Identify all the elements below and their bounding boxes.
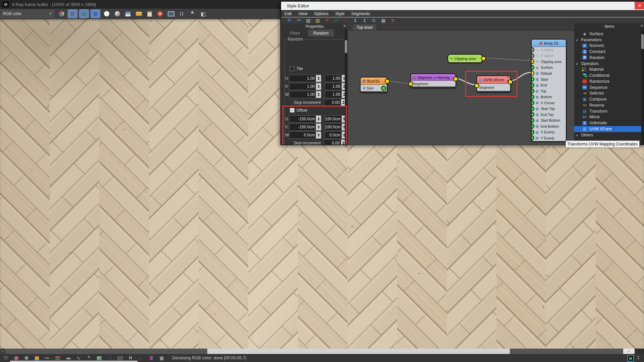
tree-group-operators[interactable]: ◢Operators bbox=[574, 61, 644, 67]
array-input-port[interactable] bbox=[531, 124, 534, 129]
delete-icon[interactable] bbox=[323, 18, 331, 23]
node-uvw-xform[interactable]: ▣ UVW XForm ✕ ▲ Segment bbox=[476, 75, 511, 93]
style-editor-titlebar[interactable]: Style Editor bbox=[281, 2, 644, 10]
tree-item-compose[interactable]: Compose bbox=[574, 96, 644, 102]
node-clipping-area[interactable]: ∿ Clipping area bbox=[447, 54, 483, 63]
export-icon[interactable] bbox=[361, 18, 368, 23]
tree-group-others[interactable]: ◢Others bbox=[574, 132, 644, 138]
tree-item-selector[interactable]: Selector bbox=[574, 90, 644, 97]
uvw-input-port[interactable] bbox=[474, 83, 479, 88]
expander-icon[interactable]: ◢ bbox=[574, 38, 580, 41]
expander-icon[interactable]: ◢ bbox=[574, 62, 580, 65]
array-input-port[interactable] bbox=[531, 100, 534, 105]
tab-top-level[interactable]: Top level bbox=[352, 24, 377, 31]
lens-effects-icon[interactable] bbox=[188, 10, 197, 18]
globe-icon[interactable] bbox=[13, 355, 19, 361]
tab-fixed[interactable]: Fixed bbox=[282, 29, 308, 37]
tile-checkbox[interactable] bbox=[290, 66, 294, 71]
menu-edit[interactable]: Edit bbox=[281, 11, 295, 16]
green-channel-icon[interactable] bbox=[79, 9, 89, 18]
tile-w1-spinner[interactable]: 1.00 bbox=[289, 91, 321, 98]
redo-icon[interactable] bbox=[295, 18, 303, 23]
import-icon[interactable] bbox=[352, 18, 359, 23]
offset-step-spinner[interactable]: 0.00 bbox=[324, 139, 346, 144]
folder-icon[interactable] bbox=[3, 355, 9, 361]
array-input-port[interactable] bbox=[531, 77, 534, 82]
red-channel-icon[interactable] bbox=[68, 9, 77, 18]
gradient-icon[interactable] bbox=[34, 355, 40, 361]
refresh-icon[interactable] bbox=[370, 18, 378, 23]
tree-item-numeric[interactable]: Numeric bbox=[574, 43, 644, 49]
histogram-icon[interactable] bbox=[65, 355, 71, 361]
tree-item-randomize[interactable]: Randomize bbox=[574, 78, 644, 84]
menu-options[interactable]: Options bbox=[311, 11, 332, 16]
offset-checkbox-row[interactable]: ✓ Offset bbox=[290, 108, 307, 113]
array-input-port[interactable] bbox=[531, 130, 534, 135]
node-close-icon[interactable]: ✕ bbox=[507, 76, 509, 79]
segment-output-port[interactable] bbox=[453, 76, 458, 81]
h-icon[interactable] bbox=[127, 355, 133, 361]
tree-group-parameters[interactable]: ◢Parameters bbox=[574, 37, 644, 43]
offset-u1-spinner[interactable]: -150.0cm bbox=[289, 115, 321, 123]
array-input-port[interactable] bbox=[531, 95, 534, 100]
tile-step-spinner[interactable]: 0.00 bbox=[324, 99, 346, 106]
items-close-icon[interactable]: ✕ bbox=[640, 24, 643, 28]
undo-icon[interactable] bbox=[286, 18, 293, 23]
offset-v1-spinner[interactable]: -150.0cm bbox=[289, 123, 321, 131]
hsl-icon[interactable] bbox=[44, 355, 50, 361]
alpha-icon[interactable] bbox=[102, 10, 111, 18]
array-input-port[interactable] bbox=[531, 88, 534, 94]
width-icon[interactable] bbox=[138, 355, 144, 361]
array-input-port[interactable] bbox=[531, 65, 534, 70]
node-canvas[interactable]: ▣ Box015 X Size ▥ Segment -> Herring bbox=[347, 30, 575, 145]
tree-item-sequence[interactable]: Sequence bbox=[574, 84, 644, 90]
array-input-port[interactable] bbox=[531, 71, 534, 76]
track-mouse-icon[interactable] bbox=[177, 10, 186, 18]
offset-checkbox[interactable]: ✓ bbox=[290, 108, 294, 113]
menu-style[interactable]: Style bbox=[332, 11, 348, 16]
tree-item-reverse[interactable]: Reverse bbox=[574, 102, 644, 108]
tree-item-mirror[interactable]: Mirror bbox=[574, 114, 644, 120]
tree-item-material[interactable]: Material bbox=[574, 67, 644, 73]
tile-w2-spinner[interactable]: 1.00 bbox=[325, 91, 347, 98]
offset-v2-spinner[interactable]: 150.0cm bbox=[325, 123, 347, 131]
array-input-port[interactable] bbox=[531, 112, 534, 117]
properties-close-icon[interactable]: ✕ bbox=[343, 24, 346, 28]
tile-v1-spinner[interactable]: 1.00 bbox=[289, 83, 321, 90]
scroll-right-icon[interactable]: › bbox=[623, 349, 635, 354]
node-segment-herring[interactable]: ▥ Segment -> Herring Segment bbox=[410, 73, 456, 88]
tree-item-surface[interactable]: Surface bbox=[574, 31, 644, 37]
info-icon[interactable] bbox=[23, 355, 30, 361]
offset-w1-spinner[interactable]: 0.0cm bbox=[289, 131, 321, 139]
tree-item-arithmetic[interactable]: Arithmetic bbox=[574, 120, 644, 126]
close-button[interactable]: ✕ bbox=[635, 2, 644, 9]
array-input-port[interactable] bbox=[531, 135, 534, 140]
array-input-port[interactable] bbox=[531, 83, 534, 88]
mono-icon[interactable] bbox=[113, 10, 122, 18]
open-icon[interactable] bbox=[134, 10, 143, 18]
curves-icon[interactable] bbox=[75, 355, 82, 361]
array-input-port[interactable] bbox=[531, 53, 534, 58]
box015-xsize-port[interactable] bbox=[381, 86, 386, 91]
copy-icon[interactable] bbox=[145, 10, 154, 18]
pinwheel-icon[interactable] bbox=[86, 355, 92, 361]
menu-view[interactable]: View bbox=[295, 11, 311, 16]
clipping-output-port[interactable] bbox=[481, 56, 486, 61]
double-chevron-down-icon[interactable]: ▾▾ bbox=[635, 354, 642, 361]
array-input-port[interactable] bbox=[531, 59, 534, 64]
expander-icon[interactable]: ◢ bbox=[574, 133, 580, 136]
tree-item-uvw-xform[interactable]: UVW XForm bbox=[574, 126, 644, 132]
save-icon[interactable] bbox=[123, 10, 132, 18]
channel-select[interactable]: RGB color ▼ bbox=[1, 10, 54, 18]
paste-icon[interactable] bbox=[314, 18, 321, 23]
color-wheel-icon[interactable] bbox=[57, 10, 66, 18]
log-icon[interactable] bbox=[389, 18, 396, 23]
node-array-2s[interactable]: ▦ Array 2S X SplineY SplineClipping area… bbox=[531, 39, 567, 142]
check-icon[interactable] bbox=[333, 18, 340, 23]
tree-item-conditional[interactable]: Conditional bbox=[574, 72, 644, 78]
items-scrollbar[interactable] bbox=[641, 29, 644, 144]
record-icon[interactable] bbox=[342, 18, 350, 23]
tile-u1-spinner[interactable]: 1.00 bbox=[289, 75, 321, 82]
compare-icon[interactable] bbox=[199, 10, 208, 18]
package-icon[interactable] bbox=[380, 18, 387, 23]
